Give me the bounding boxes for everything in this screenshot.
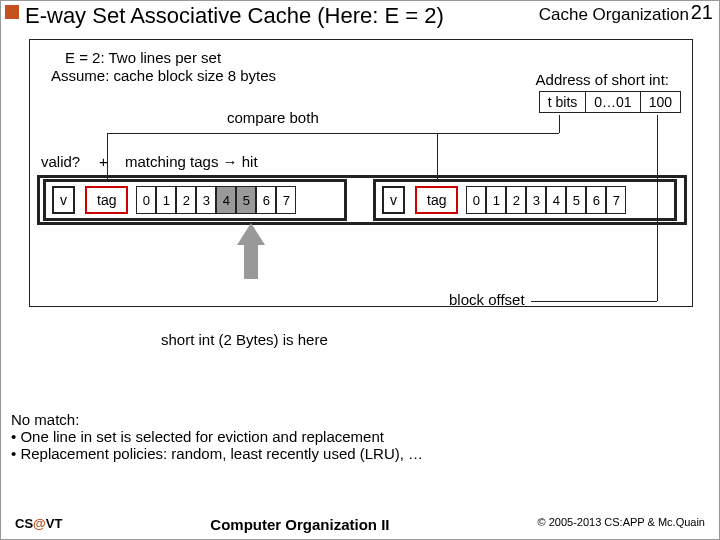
line [559, 115, 560, 133]
bytes-1: 0 1 2 3 4 5 6 7 [136, 186, 296, 214]
title-bullet [5, 5, 19, 19]
block-offset-label: block offset [449, 291, 525, 308]
vt-text: VT [46, 516, 63, 531]
addr-set: 0…01 [586, 92, 640, 112]
byte2-4: 4 [546, 186, 566, 214]
line [437, 133, 438, 179]
byte2-1: 1 [486, 186, 506, 214]
byte2-7: 7 [606, 186, 626, 214]
byte-4: 4 [216, 186, 236, 214]
footer: CS@VT Computer Organization II © 2005-20… [1, 516, 719, 533]
arrow-up-icon [237, 223, 265, 245]
line [107, 133, 559, 134]
nomatch-l1: • One line in set is selected for evicti… [11, 428, 423, 445]
slide-title: E-way Set Associative Cache (Here: E = 2… [25, 3, 444, 29]
subtitle-1: E = 2: Two lines per set [65, 49, 221, 66]
bytes-2: 0 1 2 3 4 5 6 7 [466, 186, 626, 214]
tag-2: tag [415, 186, 458, 214]
cache-line-1: v tag 0 1 2 3 4 5 6 7 [43, 179, 347, 221]
byte-6: 6 [256, 186, 276, 214]
line [531, 301, 657, 302]
byte2-3: 3 [526, 186, 546, 214]
matching-label: matching tags → hit [125, 153, 258, 170]
at-sign: @ [33, 516, 46, 531]
address-box: t bits 0…01 100 [539, 91, 681, 113]
tag-1: tag [85, 186, 128, 214]
line [657, 115, 658, 301]
valid-label: valid? [41, 153, 80, 170]
addr-offset: 100 [641, 92, 680, 112]
byte-5: 5 [236, 186, 256, 214]
topic-label: Cache Organization [539, 5, 689, 25]
arrow-stem [244, 245, 258, 279]
page-number: 21 [691, 1, 713, 24]
footer-left: CS@VT [15, 516, 62, 533]
byte-7: 7 [276, 186, 296, 214]
nomatch-l2: • Replacement policies: random, least re… [11, 445, 423, 462]
line [107, 133, 108, 179]
byte-3: 3 [196, 186, 216, 214]
byte2-6: 6 [586, 186, 606, 214]
footer-copy: © 2005-2013 CS:APP & Mc.Quain [538, 516, 706, 533]
no-match-text: No match: • One line in set is selected … [11, 411, 423, 462]
byte-1: 1 [156, 186, 176, 214]
cs-text: CS [15, 516, 33, 531]
valid-bit-2: v [382, 186, 405, 214]
byte-0: 0 [136, 186, 156, 214]
byte2-2: 2 [506, 186, 526, 214]
cache-line-2: v tag 0 1 2 3 4 5 6 7 [373, 179, 677, 221]
short-int-label: short int (2 Bytes) is here [161, 331, 328, 348]
footer-course: Computer Organization II [210, 516, 389, 533]
subtitle-2: Assume: cache block size 8 bytes [51, 67, 276, 84]
byte-2: 2 [176, 186, 196, 214]
nomatch-head: No match: [11, 411, 423, 428]
valid-bit-1: v [52, 186, 75, 214]
byte2-0: 0 [466, 186, 486, 214]
addr-tbits: t bits [540, 92, 587, 112]
byte2-5: 5 [566, 186, 586, 214]
address-label: Address of short int: [536, 71, 669, 88]
compare-label: compare both [227, 109, 319, 126]
